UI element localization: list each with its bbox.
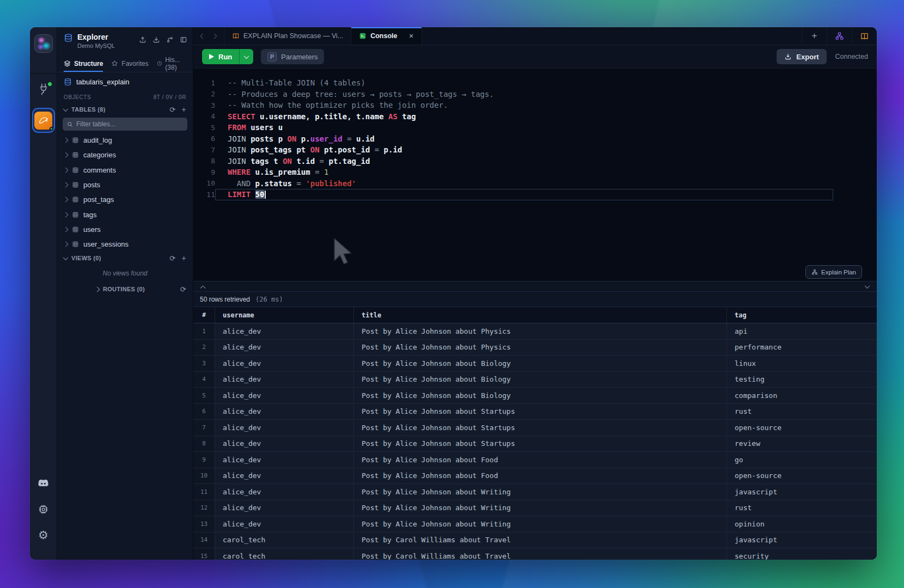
cell-username[interactable]: carol_tech [215, 548, 354, 560]
cell-tag[interactable]: api [727, 323, 877, 339]
code-line[interactable]: 7JOIN post_tags pt ON pt.post_id = p.id [193, 144, 877, 156]
result-row[interactable]: 4alice_devPost by Alice Johnson about Bi… [193, 372, 877, 388]
result-row[interactable]: 1alice_devPost by Alice Johnson about Ph… [193, 323, 877, 340]
cell-username[interactable]: alice_dev [215, 404, 354, 420]
refresh-icon[interactable]: ⟳ [180, 286, 186, 293]
settings-gear-icon[interactable]: ⚙ [38, 530, 48, 541]
cell-tag[interactable]: javascript [727, 484, 877, 500]
cell-username[interactable]: alice_dev [215, 323, 354, 339]
result-row[interactable]: 11alice_devPost by Alice Johnson about W… [193, 484, 877, 500]
refresh-icon[interactable]: ⟳ [169, 255, 175, 262]
cell-username[interactable]: alice_dev [215, 436, 354, 452]
tab-explain-plan-showcase[interactable]: EXPLAIN Plan Showcase — Vi... [224, 27, 351, 45]
import-icon[interactable] [152, 36, 160, 44]
database-row[interactable]: tabularis_explain [57, 72, 193, 91]
cell-title[interactable]: Post by Alice Johnson about Startups [354, 436, 727, 452]
code-line[interactable]: 3-- Watch how the optimizer picks the jo… [193, 100, 877, 111]
result-row[interactable]: 10alice_devPost by Alice Johnson about F… [193, 468, 877, 485]
cell-index[interactable]: 13 [193, 516, 215, 532]
schema-diagram-icon[interactable] [166, 36, 174, 44]
column-header-tag[interactable]: tag [727, 307, 877, 323]
collapse-up-icon[interactable] [200, 285, 206, 291]
code-line[interactable]: 9WHERE u.is_premium = 1 [193, 167, 877, 178]
chip-icon[interactable] [38, 504, 49, 515]
code-line[interactable]: 4SELECT u.username, p.title, t.name AS t… [193, 111, 877, 122]
code-line[interactable]: 8JOIN tags t ON t.id = pt.tag_id [193, 156, 877, 167]
column-header-index[interactable]: # [193, 307, 215, 323]
code-line[interactable]: 11LIMIT 50 [193, 189, 877, 200]
parameters-button[interactable]: P Parameters [261, 49, 324, 64]
cell-index[interactable]: 3 [193, 356, 215, 371]
cell-username[interactable]: alice_dev [215, 484, 354, 500]
views-section-header[interactable]: VIEWS (0) ⟳ + [57, 252, 193, 265]
new-tab-icon[interactable]: + [802, 27, 827, 45]
cell-title[interactable]: Post by Carol Williams about Travel [354, 548, 727, 560]
cell-tag[interactable]: review [727, 436, 877, 452]
run-options-dropdown[interactable] [239, 49, 253, 64]
collapse-panel-icon[interactable] [180, 36, 187, 44]
cell-title[interactable]: Post by Alice Johnson about Startups [354, 404, 727, 420]
cell-tag[interactable]: comparison [727, 388, 877, 403]
connections-icon[interactable] [38, 83, 50, 96]
cell-tag[interactable]: go [727, 452, 877, 468]
cell-title[interactable]: Post by Alice Johnson about Biology [354, 372, 727, 388]
cell-title[interactable]: Post by Carol Williams about Travel [354, 532, 727, 548]
cell-title[interactable]: Post by Alice Johnson about Physics [354, 323, 727, 339]
discord-icon[interactable] [37, 479, 50, 489]
sidebar-table-item[interactable]: user_sessions [57, 237, 193, 252]
sidebar-table-item[interactable]: users [57, 222, 193, 237]
result-row[interactable]: 5alice_devPost by Alice Johnson about Bi… [193, 388, 877, 404]
result-row[interactable]: 8alice_devPost by Alice Johnson about St… [193, 436, 877, 452]
cell-index[interactable]: 5 [193, 388, 215, 403]
result-row[interactable]: 13alice_devPost by Alice Johnson about W… [193, 516, 877, 532]
code-line[interactable]: 6JOIN posts p ON p.user_id = u.id [193, 133, 877, 145]
mysql-connection-selected[interactable] [32, 108, 55, 133]
cell-username[interactable]: alice_dev [215, 340, 354, 356]
result-row[interactable]: 7alice_devPost by Alice Johnson about St… [193, 420, 877, 436]
sidebar-table-item[interactable]: audit_log [57, 133, 193, 148]
cell-tag[interactable]: open-source [727, 468, 877, 484]
cell-title[interactable]: Post by Alice Johnson about Writing [354, 516, 727, 532]
column-header-title[interactable]: title [354, 307, 727, 323]
refresh-icon[interactable]: ⟳ [169, 106, 175, 113]
cell-index[interactable]: 7 [193, 420, 215, 436]
cell-username[interactable]: alice_dev [215, 356, 354, 371]
cell-title[interactable]: Post by Alice Johnson about Startups [354, 420, 727, 436]
forward-icon[interactable] [212, 33, 217, 39]
sidebar-table-item[interactable]: posts [57, 177, 193, 192]
code-line[interactable]: 2-- Produces a deep tree: users → posts … [193, 89, 877, 100]
docs-book-icon[interactable] [852, 27, 877, 45]
result-row[interactable]: 6alice_devPost by Alice Johnson about St… [193, 404, 877, 420]
sidebar-table-item[interactable]: post_tags [57, 192, 193, 207]
cell-index[interactable]: 6 [193, 404, 215, 420]
cell-tag[interactable]: javascript [727, 532, 877, 548]
code-line[interactable]: 1-- Multi-Table JOIN (4 tables) [193, 77, 877, 89]
export-button[interactable]: Export [777, 49, 826, 64]
cell-index[interactable]: 14 [193, 532, 215, 548]
result-row[interactable]: 3alice_devPost by Alice Johnson about Bi… [193, 356, 877, 372]
cell-index[interactable]: 15 [193, 548, 215, 560]
tab-console[interactable]: Console ✕ [351, 27, 422, 45]
cell-title[interactable]: Post by Alice Johnson about Writing [354, 500, 727, 516]
cell-username[interactable]: alice_dev [215, 516, 354, 532]
cell-tag[interactable]: security [727, 548, 877, 560]
cell-username[interactable]: alice_dev [215, 500, 354, 516]
cell-tag[interactable]: open-source [727, 420, 877, 436]
cell-username[interactable]: alice_dev [215, 372, 354, 388]
routines-section-header[interactable]: ROUTINES (0) ⟳ [57, 283, 193, 296]
cell-tag[interactable]: linux [727, 356, 877, 371]
sidebar-table-item[interactable]: comments [57, 163, 193, 177]
tab-favorites[interactable]: Favorites [111, 56, 148, 72]
er-diagram-icon[interactable] [827, 27, 852, 45]
cell-index[interactable]: 12 [193, 500, 215, 516]
cell-username[interactable]: alice_dev [215, 388, 354, 403]
cell-title[interactable]: Post by Alice Johnson about Food [354, 468, 727, 484]
cell-title[interactable]: Post by Alice Johnson about Writing [354, 484, 727, 500]
tab-structure[interactable]: Structure [64, 56, 103, 72]
cell-index[interactable]: 2 [193, 340, 215, 356]
explain-plan-button[interactable]: Explain Plan [805, 265, 862, 279]
result-row[interactable]: 14carol_techPost by Carol Williams about… [193, 532, 877, 549]
cell-title[interactable]: Post by Alice Johnson about Physics [354, 340, 727, 356]
cell-title[interactable]: Post by Alice Johnson about Food [354, 452, 727, 468]
cell-tag[interactable]: testing [727, 372, 877, 388]
